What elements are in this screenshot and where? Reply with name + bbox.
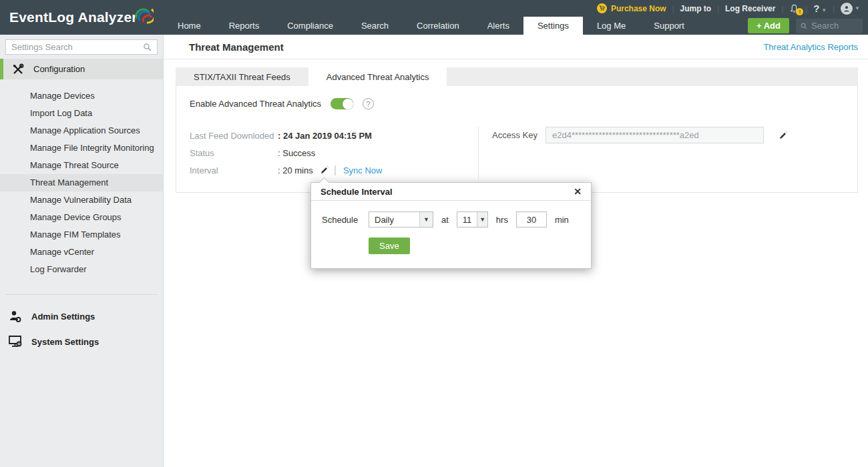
chevron-down-icon: ▼ <box>477 212 487 227</box>
schedule-label: Schedule <box>322 215 369 225</box>
schedule-hour-value: 11 <box>457 212 477 227</box>
edit-interval-pencil-icon[interactable] <box>320 166 329 175</box>
sidebar-section-label: Admin Settings <box>31 312 95 322</box>
sidebar-section-label: System Settings <box>31 337 99 347</box>
edit-access-key-pencil-icon[interactable] <box>779 131 787 140</box>
log-receiver-link[interactable]: Log Receiver <box>725 4 775 13</box>
sidebar-divider <box>5 294 158 295</box>
advanced-threat-analytics-panel: Enable Advanced Threat Analytics ? Last … <box>176 86 858 193</box>
app-logo[interactable]: EventLog Analyzer <box>0 0 164 35</box>
interval-label: Interval <box>190 165 278 175</box>
purchase-now-link[interactable]: Purchase Now <box>597 3 666 13</box>
jump-to-link[interactable]: Jump to <box>680 4 712 13</box>
user-menu[interactable]: ▼ <box>841 3 860 15</box>
nav-log-me[interactable]: Log Me <box>583 17 640 35</box>
nav-home[interactable]: Home <box>164 17 215 35</box>
dialog-header: Schedule Interval ✕ <box>311 183 591 201</box>
schedule-hour-select[interactable]: 11 ▼ <box>457 211 488 227</box>
search-icon <box>143 43 152 51</box>
enable-toggle[interactable] <box>331 98 353 109</box>
access-key-label: Access Key <box>492 127 537 144</box>
nav-correlation[interactable]: Correlation <box>403 17 473 35</box>
system-monitor-gear-icon <box>8 335 23 348</box>
tools-icon <box>12 63 24 75</box>
sidebar-item-manage-device-groups[interactable]: Manage Device Groups <box>0 209 163 226</box>
nav-search[interactable]: Search <box>347 17 403 35</box>
save-button[interactable]: Save <box>369 238 410 254</box>
sidebar-item-manage-devices[interactable]: Manage Devices <box>0 87 163 105</box>
close-icon[interactable]: ✕ <box>574 187 582 196</box>
access-key-section: Access Key <box>478 127 857 179</box>
status-value: : Success <box>278 148 315 158</box>
sidebar-item-log-forwarder[interactable]: Log Forwarder <box>0 261 163 278</box>
settings-search[interactable] <box>5 39 158 55</box>
chevron-down-icon: ▼ <box>419 212 433 227</box>
at-label: at <box>441 215 449 225</box>
sync-now-link[interactable]: Sync Now <box>343 165 383 175</box>
settings-sidebar: Configuration Manage Devices Import Log … <box>0 35 164 467</box>
min-label: min <box>555 215 569 225</box>
sidebar-item-manage-threat-source[interactable]: Manage Threat Source <box>0 157 163 174</box>
help-menu[interactable]: ?▼ <box>813 3 827 14</box>
sidebar-item-manage-vulnerability-data[interactable]: Manage Vulnerability Data <box>0 191 163 209</box>
admin-user-gear-icon <box>8 310 23 323</box>
hrs-label: hrs <box>496 215 508 225</box>
chevron-down-icon: ▼ <box>821 7 827 13</box>
user-avatar-icon <box>841 3 853 15</box>
last-feed-value: : 24 Jan 2019 04:15 PM <box>278 131 372 141</box>
schedule-frequency-value: Daily <box>369 212 419 227</box>
sidebar-item-manage-fim-templates[interactable]: Manage FIM Templates <box>0 226 163 244</box>
tab-bar: STIX/TAXII Threat Feeds Advanced Threat … <box>176 67 858 86</box>
nav-reports[interactable]: Reports <box>215 17 274 35</box>
dialog-title: Schedule Interval <box>320 187 393 197</box>
sidebar-item-threat-management[interactable]: Threat Management <box>0 174 163 191</box>
status-row: Status : Success <box>190 144 478 161</box>
sidebar-menu: Manage Devices Import Log Data Manage Ap… <box>0 87 163 278</box>
schedule-minute-input[interactable] <box>516 211 547 227</box>
threat-analytics-reports-link[interactable]: Threat Analytics Reports <box>763 42 858 52</box>
nav-compliance[interactable]: Compliance <box>273 17 347 35</box>
access-key-input <box>546 127 764 143</box>
sidebar-item-manage-file-integrity-monitoring[interactable]: Manage File Integrity Monitoring <box>0 139 163 157</box>
interval-row: Interval : 20 mins | Sync Now <box>190 161 478 179</box>
sidebar-section-admin-settings[interactable]: Admin Settings <box>0 310 163 323</box>
add-button[interactable]: + Add <box>748 18 789 33</box>
schedule-frequency-select[interactable]: Daily ▼ <box>369 211 433 227</box>
last-feed-label: Last Feed Downloded <box>190 131 278 141</box>
help-icon[interactable]: ? <box>363 98 374 109</box>
top-bar: EventLog Analyzer Purchase Now | Jump to… <box>0 0 868 35</box>
tab-stix-taxii-threat-feeds[interactable]: STIX/TAXII Threat Feeds <box>176 67 308 86</box>
sidebar-item-import-log-data[interactable]: Import Log Data <box>0 105 163 122</box>
enable-advanced-threat-analytics-label: Enable Advanced Threat Analytics <box>190 99 321 109</box>
sidebar-item-manage-application-sources[interactable]: Manage Application Sources <box>0 122 163 139</box>
interval-value: : 20 mins <box>278 165 313 175</box>
sidebar-section-label: Configuration <box>33 64 85 74</box>
search-icon <box>801 22 807 30</box>
utility-bar: Purchase Now | Jump to | Log Receiver | … <box>164 0 868 17</box>
app-logo-text: EventLog Analyzer <box>9 9 138 25</box>
notification-badge: ! <box>796 8 803 15</box>
status-label: Status <box>190 148 278 158</box>
global-search[interactable] <box>796 19 863 33</box>
nav-alerts[interactable]: Alerts <box>473 17 523 35</box>
settings-search-input[interactable] <box>11 42 143 52</box>
page-header: Threat Management Threat Analytics Repor… <box>164 35 868 59</box>
main-nav: Home Reports Compliance Search Correlati… <box>164 17 868 35</box>
last-feed-row: Last Feed Downloded : 24 Jan 2019 04:15 … <box>190 127 478 144</box>
notifications-bell-icon[interactable]: ! <box>789 3 799 14</box>
feed-details: Last Feed Downloded : 24 Jan 2019 04:15 … <box>176 127 478 179</box>
sidebar-section-configuration[interactable]: Configuration <box>0 59 163 79</box>
sidebar-section-system-settings[interactable]: System Settings <box>0 335 163 348</box>
cart-icon <box>597 3 607 13</box>
schedule-interval-dialog: Schedule Interval ✕ Schedule Daily ▼ at … <box>310 182 592 269</box>
tab-advanced-threat-analytics[interactable]: Advanced Threat Analytics <box>308 67 447 86</box>
nav-settings[interactable]: Settings <box>523 17 583 35</box>
global-search-input[interactable] <box>811 21 858 31</box>
nav-support[interactable]: Support <box>640 17 698 35</box>
sidebar-item-manage-vcenter[interactable]: Manage vCenter <box>0 244 163 261</box>
page-title: Threat Management <box>189 41 284 53</box>
logo-swoosh-icon <box>134 4 154 24</box>
chevron-down-icon: ▼ <box>855 5 860 11</box>
